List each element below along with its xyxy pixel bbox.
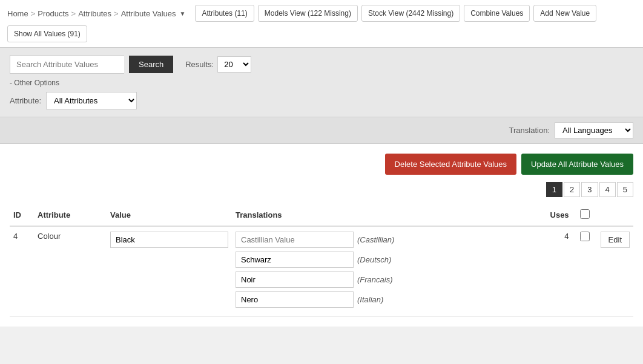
breadcrumb: Home > Products > Attributes > Attribute… [7, 9, 185, 18]
breadcrumb-attribute-values: Attribute Values [121, 9, 176, 18]
breadcrumb-attributes[interactable]: Attributes [78, 9, 111, 18]
cell-checkbox [573, 226, 597, 317]
top-nav: Home > Products > Attributes > Attribute… [0, 0, 643, 48]
action-row: Delete Selected Attribute Values Update … [10, 154, 633, 175]
translation-lang: (Deutsch) [357, 255, 391, 264]
translation-bar: Translation: All Languages [0, 117, 643, 144]
show-all-values-button[interactable]: Show All Values (91) [7, 25, 87, 42]
edit-button[interactable]: Edit [601, 232, 630, 248]
page-2-button[interactable]: 2 [564, 182, 580, 197]
results-select[interactable]: 20 50 100 [217, 56, 251, 73]
translation-input[interactable] [236, 252, 354, 268]
add-new-value-button[interactable]: Add New Value [533, 5, 596, 22]
page-1-button[interactable]: 1 [546, 182, 562, 197]
search-button[interactable]: Search [129, 56, 173, 73]
translation-input[interactable] [236, 291, 354, 308]
cell-attribute: Colour [34, 226, 107, 317]
options-toggle[interactable]: - Other Options [10, 79, 633, 87]
row-checkbox[interactable] [580, 232, 590, 241]
translation-field: (Deutsch) [236, 252, 533, 268]
value-input[interactable] [110, 232, 228, 248]
translation-lang: (Castillian) [357, 235, 394, 244]
cell-edit: Edit [597, 226, 633, 317]
attribute-label: Attribute: [10, 96, 41, 105]
header-uses: Uses [536, 204, 573, 226]
breadcrumb-products[interactable]: Products [38, 9, 68, 18]
translation-field: (Castillian) [236, 232, 533, 248]
translation-select[interactable]: All Languages [555, 122, 633, 138]
pagination: 1 2 3 4 5 [10, 182, 633, 197]
cell-value [107, 226, 232, 317]
breadcrumb-home[interactable]: Home [7, 9, 28, 18]
translation-field: (Francais) [236, 271, 533, 288]
results-row: Results: 20 50 100 [185, 56, 251, 73]
models-view-button[interactable]: Models View (122 Missing) [258, 5, 358, 22]
search-row: Search [10, 55, 173, 74]
combine-values-button[interactable]: Combine Values [464, 5, 530, 22]
header-translations: Translations [232, 204, 536, 226]
main-content: Delete Selected Attribute Values Update … [0, 144, 643, 327]
page-5-button[interactable]: 5 [617, 182, 633, 197]
page-4-button[interactable]: 4 [599, 182, 616, 197]
header-edit [597, 204, 633, 226]
translation-input[interactable] [236, 271, 354, 288]
attribute-select[interactable]: All Attributes [46, 92, 137, 109]
translation-input[interactable] [236, 232, 354, 248]
cell-translations: (Castillian)(Deutsch)(Francais)(Italian) [232, 226, 536, 317]
breadcrumb-sep-3: > [114, 9, 119, 18]
update-all-button[interactable]: Update All Attribute Values [521, 154, 633, 175]
breadcrumb-sep-2: > [71, 9, 76, 18]
header-attribute: Attribute [34, 204, 107, 226]
search-top: Search Results: 20 50 100 [10, 55, 633, 74]
header-id: ID [10, 204, 34, 226]
attribute-values-table: ID Attribute Value Translations Uses 4Co… [10, 204, 633, 317]
search-input[interactable] [10, 55, 124, 74]
cell-id: 4 [10, 226, 34, 317]
search-area: Search Results: 20 50 100 - Other Option… [0, 48, 643, 117]
results-label: Results: [185, 60, 214, 69]
cell-uses: 4 [536, 226, 573, 317]
translation-lang: (Italian) [357, 295, 383, 304]
breadcrumb-dropdown-arrow[interactable]: ▼ [180, 10, 186, 17]
stock-view-button[interactable]: Stock View (2442 Missing) [361, 5, 460, 22]
select-all-checkbox[interactable] [580, 209, 590, 219]
page-3-button[interactable]: 3 [581, 182, 598, 197]
header-value: Value [107, 204, 232, 226]
delete-selected-button[interactable]: Delete Selected Attribute Values [385, 154, 517, 175]
attributes-button[interactable]: Attributes (11) [195, 5, 254, 22]
options-row: Attribute: All Attributes [10, 92, 633, 109]
breadcrumb-sep-1: > [31, 9, 36, 18]
translation-field: (Italian) [236, 291, 533, 308]
table-row: 4Colour(Castillian)(Deutsch)(Francais)(I… [10, 226, 633, 317]
translation-label: Translation: [509, 126, 550, 135]
header-checkbox [573, 204, 597, 226]
translation-lang: (Francais) [357, 275, 393, 284]
